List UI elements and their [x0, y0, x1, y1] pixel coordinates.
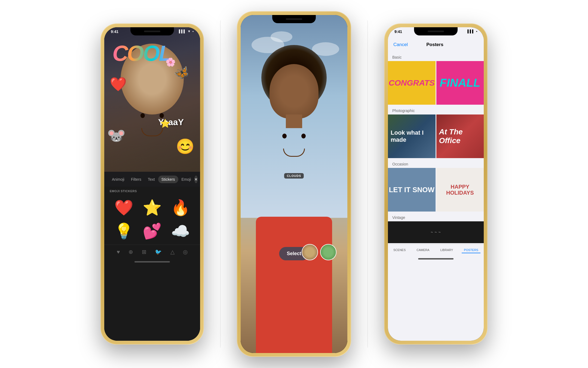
sticker-joy: 😊 [176, 138, 195, 155]
bottom-icon-2[interactable]: ⊕ [128, 249, 133, 255]
emoji-cloud[interactable]: ☁️ [169, 222, 192, 240]
phones-container: 9:41 ▌▌▌ ▼ ▪ [0, 0, 588, 368]
home-bar-1 [134, 261, 170, 263]
battery-icon-3: ▪ [476, 29, 477, 33]
section-occasion: Occasion [388, 159, 484, 168]
cloud-2 [271, 31, 292, 42]
vintage-placeholder: ~ ~ ~ [431, 230, 441, 234]
toolbar-text[interactable]: Text [145, 176, 158, 183]
toolbar-emoji[interactable]: Emoji [178, 176, 194, 183]
tab-camera[interactable]: CAMERA [414, 247, 431, 253]
poster-congrats[interactable]: CONGRATS [388, 61, 436, 105]
phone-2-inner: CLOUDS Select [241, 15, 347, 353]
emoji-grid: ❤️ ⭐ 🔥 💡 💕 ☁️ [104, 194, 200, 245]
status-icons-1: ▌▌▌ ▼ ▪ [179, 29, 194, 33]
photo-area: COOL ❤️ 🦋 🌸 YaaaY 🐭 😊 ⭐ [104, 27, 200, 172]
phone-2-notch [272, 15, 316, 23]
let-snow-text: LET IT SNOW [389, 186, 434, 194]
at-office-text: At The Office [436, 125, 484, 148]
happy-holidays-text: HAPPY HOLIDAYS [436, 181, 484, 198]
emoji-fire[interactable]: 🔥 [169, 199, 192, 217]
divider-1 [220, 20, 220, 348]
phone-3-notch [414, 27, 458, 35]
emoji-section-label: EMOJI STICKERS [104, 187, 200, 194]
section-photographic: Photographic [388, 106, 484, 114]
divider-2 [367, 20, 368, 348]
phone-1-frame: 9:41 ▌▌▌ ▼ ▪ [100, 23, 204, 345]
face-cam [272, 124, 316, 162]
tab-scenes[interactable]: SCENES [391, 247, 408, 253]
bottom-icon-3[interactable]: ⊞ [142, 249, 146, 255]
wifi-icon-1: ▼ [188, 29, 191, 33]
sticker-heart: ❤️ [110, 76, 127, 92]
bottom-icon-5[interactable]: △ [170, 249, 174, 255]
eye-left [140, 113, 145, 118]
time-1: 9:41 [111, 29, 118, 34]
poster-look-made[interactable]: Look what I made [388, 114, 436, 158]
person-shirt-cam [256, 217, 332, 353]
look-made-text: Look what I made [388, 126, 436, 146]
sticker-mickey: 🐭 [107, 127, 126, 144]
smile-cam [283, 149, 305, 157]
phone-3-frame: 9:41 ▌▌▌ ▪ Cancel Posters Basic CONG [384, 23, 488, 345]
emoji-heart[interactable]: ❤️ [112, 199, 135, 217]
cancel-button[interactable]: Cancel [393, 42, 408, 47]
earpiece-1 [144, 31, 160, 32]
section-vintage: Vintage [388, 213, 484, 221]
poster-finally[interactable]: FINALL [436, 61, 484, 105]
eye-cam-right [301, 134, 306, 138]
toolbar-close[interactable]: ✕ [194, 176, 198, 183]
phone-1-notch [130, 27, 174, 35]
time-3: 9:41 [394, 29, 402, 34]
occasion-poster-grid: LET IT SNOW HAPPY HOLIDAYS [388, 168, 484, 212]
toolbar-filters[interactable]: Filters [128, 176, 145, 183]
eye-cam-left [282, 134, 287, 138]
bottom-icon-1[interactable]: ♥ [117, 249, 120, 255]
tab-posters[interactable]: POSTERS [462, 247, 480, 253]
earpiece-2 [286, 18, 302, 20]
photo-poster-grid: Look what I made At The Office [388, 114, 484, 158]
phone-2-frame: CLOUDS Select [237, 11, 351, 357]
finally-text: FINALL [440, 76, 480, 89]
bg-thumb-1[interactable] [302, 244, 318, 260]
bg-thumbnails [302, 244, 336, 260]
phone-3-screen: 9:41 ▌▌▌ ▪ Cancel Posters Basic CONG [388, 27, 484, 341]
bottom-icon-6[interactable]: ◎ [183, 249, 188, 255]
emoji-hearts[interactable]: 💕 [141, 222, 164, 240]
status-icons-3: ▌▌▌ ▪ [467, 29, 477, 33]
person-neck-cam [286, 114, 302, 128]
bottom-tabs: SCENES CAMERA LIBRARY POSTERS [388, 244, 484, 256]
clouds-label: CLOUDS [284, 173, 304, 179]
toolbar-stickers[interactable]: Stickers [158, 176, 178, 183]
sticker-star: ⭐ [160, 119, 170, 128]
home-bar-3 [418, 258, 454, 260]
cool-text: COOL [112, 41, 171, 66]
emoji-star[interactable]: ⭐ [141, 199, 164, 217]
vintage-section: ~ ~ ~ [388, 221, 484, 243]
eyes-cam [275, 134, 313, 138]
phone-1-inner: 9:41 ▌▌▌ ▼ ▪ [104, 27, 200, 341]
emoji-bulb[interactable]: 💡 [112, 222, 135, 240]
person-head-cam [270, 64, 318, 119]
bottom-toolbar: ♥ ⊕ ⊞ 🐦 △ ◎ [104, 245, 200, 259]
signal-icon-1: ▌▌▌ [179, 29, 186, 33]
congrats-text: CONGRATS [388, 76, 436, 90]
poster-happy-holidays[interactable]: HAPPY HOLIDAYS [436, 168, 484, 212]
sticker-flower: 🌸 [166, 57, 176, 67]
signal-icon-3: ▌▌▌ [467, 29, 474, 33]
posters-title: Posters [426, 42, 443, 47]
section-basic: Basic [388, 52, 484, 61]
person-smile [141, 128, 163, 136]
tab-library[interactable]: LIBRARY [438, 247, 455, 253]
posters-header: Cancel Posters [388, 37, 484, 52]
phone-2-screen: CLOUDS Select [241, 15, 347, 353]
battery-icon-1: ▪ [192, 29, 194, 33]
bottom-icon-4[interactable]: 🐦 [155, 249, 162, 255]
bg-thumb-2[interactable] [320, 244, 336, 260]
basic-poster-grid: CONGRATS FINALL [388, 61, 484, 105]
poster-at-office[interactable]: At The Office [436, 114, 484, 158]
phone-1-screen: 9:41 ▌▌▌ ▼ ▪ [104, 27, 200, 341]
poster-let-snow[interactable]: LET IT SNOW [388, 168, 436, 212]
edit-toolbar: Animoji Filters Text Stickers Emoji ✕ [104, 172, 200, 187]
toolbar-animoji[interactable]: Animoji [109, 176, 128, 183]
